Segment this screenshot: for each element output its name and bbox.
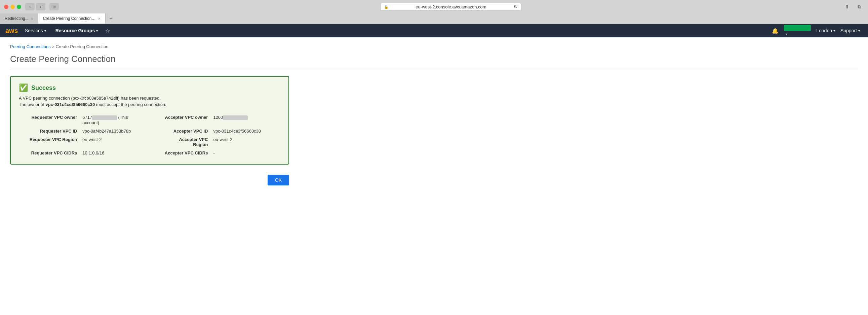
tab-redirecting-title: Redirecting...: [5, 16, 29, 21]
new-window-button[interactable]: ⧉: [855, 3, 864, 10]
success-title: Success: [31, 84, 56, 91]
accepter-vpc-owner-value: 1260████████: [213, 113, 280, 127]
tab-bar: Redirecting... ✕ Create Peering Connecti…: [0, 13, 868, 24]
blurred-account: ████████: [92, 115, 117, 120]
page-content: Peering Connections > Create Peering Con…: [0, 37, 868, 239]
aws-logo[interactable]: aws: [5, 27, 18, 34]
vpc-id-bold: vpc-031c4ce3f56660c30: [46, 102, 95, 107]
aws-navbar: aws Services ▾ Resource Groups ▾ ☆ 🔔 ▾ L…: [0, 24, 868, 37]
requester-vpc-owner-value: 6717████████ (This account): [82, 113, 150, 127]
accepter-vpc-region-label: Accepter VPC Region: [150, 135, 214, 149]
table-row: Requester VPC Region eu-west-2 Accepter …: [19, 135, 280, 149]
tab-redirecting[interactable]: Redirecting... ✕: [0, 13, 38, 24]
table-row: Requester VPC CIDRs 10.1.0.0/16 Accepter…: [19, 149, 280, 157]
browser-chrome: ‹ › ⊞ 🔒 eu-west-2.console.aws.amazon.com…: [0, 0, 868, 24]
share-button[interactable]: ⬆: [842, 3, 852, 10]
requester-vpc-region-value: eu-west-2: [82, 135, 150, 149]
tab-vpc-close-icon[interactable]: ✕: [98, 17, 100, 21]
services-label: Services: [25, 28, 43, 33]
services-chevron-icon: ▾: [44, 29, 46, 33]
requester-vpc-cidrs-label: Requester VPC CIDRs: [19, 149, 82, 157]
requester-vpc-cidrs-value: 10.1.0.0/16: [82, 149, 150, 157]
table-row: Requester VPC ID vpc-0af4b247a1353b78b A…: [19, 127, 280, 135]
resource-groups-label: Resource Groups: [56, 28, 95, 33]
ok-button-row: OK: [10, 175, 289, 185]
accepter-vpc-cidrs-label: Accepter VPC CIDRs: [150, 149, 214, 157]
forward-button[interactable]: ›: [36, 3, 45, 10]
resource-groups-nav-item[interactable]: Resource Groups ▾: [51, 24, 102, 37]
success-box: ✅ Success A VPC peering connection (pcx-…: [10, 76, 289, 165]
resource-groups-chevron-icon: ▾: [96, 29, 98, 33]
support-chevron-icon: ▾: [858, 29, 860, 33]
ok-button[interactable]: OK: [268, 175, 289, 185]
requester-vpc-region-label: Requester VPC Region: [19, 135, 82, 149]
svg-text:aws: aws: [5, 27, 18, 34]
success-message2: The owner of vpc-031c4ce3f56660c30 must …: [19, 102, 280, 107]
tab-vpc[interactable]: Create Peering Connection | VPC Manageme…: [38, 13, 105, 24]
address-bar[interactable]: 🔒 eu-west-2.console.aws.amazon.com ↻: [380, 3, 521, 11]
bookmark-icon[interactable]: ☆: [102, 28, 113, 34]
success-message1: A VPC peering connection (pcx-0fcb08e585…: [19, 95, 280, 101]
breadcrumb-current: Create Peering Connection: [56, 44, 108, 49]
breadcrumb-separator: >: [52, 44, 55, 49]
success-header: ✅ Success: [19, 83, 280, 92]
nav-buttons: ‹ ›: [25, 3, 45, 10]
maximize-button[interactable]: [17, 5, 21, 9]
tab-close-icon[interactable]: ✕: [31, 17, 33, 21]
services-nav-item[interactable]: Services ▾: [20, 24, 51, 37]
address-bar-container: 🔒 eu-west-2.console.aws.amazon.com ↻: [62, 3, 840, 11]
sidebar-toggle-button[interactable]: ⊞: [50, 3, 59, 10]
minimize-button[interactable]: [10, 5, 15, 9]
success-check-icon: ✅: [19, 83, 28, 92]
table-row: Requester VPC owner 6717████████ (This a…: [19, 113, 280, 127]
page-title: Create Peering Connection: [10, 54, 858, 69]
traffic-lights: [4, 5, 21, 9]
refresh-icon[interactable]: ↻: [514, 4, 518, 9]
account-bar: [784, 25, 811, 31]
account-bar-container[interactable]: ▾: [781, 25, 813, 36]
titlebar: ‹ › ⊞ 🔒 eu-west-2.console.aws.amazon.com…: [0, 0, 868, 13]
bell-icon[interactable]: 🔔: [769, 28, 781, 34]
account-chevron-icon: ▾: [785, 32, 787, 36]
tab-vpc-title: Create Peering Connection | VPC Manageme…: [43, 16, 96, 21]
region-label: London: [816, 28, 832, 33]
back-button[interactable]: ‹: [25, 3, 35, 10]
support-nav-item[interactable]: Support ▾: [838, 28, 863, 33]
breadcrumb-link[interactable]: Peering Connections: [10, 44, 51, 49]
support-label: Support: [840, 28, 857, 33]
browser-actions: ⬆ ⧉: [842, 3, 864, 10]
region-selector[interactable]: London ▾: [813, 28, 838, 33]
accepter-vpc-region-value: eu-west-2: [213, 135, 280, 149]
region-chevron-icon: ▾: [833, 29, 835, 33]
blurred-accepter-account: ████████: [223, 115, 248, 120]
breadcrumb: Peering Connections > Create Peering Con…: [10, 44, 858, 49]
accepter-vpc-id-label: Accepter VPC ID: [150, 127, 214, 135]
accepter-vpc-owner-label: Accepter VPC owner: [150, 113, 214, 127]
close-button[interactable]: [4, 5, 8, 9]
accepter-vpc-id-value: vpc-031c4ce3f56660c30: [213, 127, 280, 135]
accepter-vpc-cidrs-value: -: [213, 149, 280, 157]
address-text: eu-west-2.console.aws.amazon.com: [391, 4, 512, 9]
new-tab-button[interactable]: +: [105, 13, 117, 24]
requester-vpc-id-value: vpc-0af4b247a1353b78b: [82, 127, 150, 135]
lock-icon: 🔒: [384, 5, 389, 9]
details-table: Requester VPC owner 6717████████ (This a…: [19, 113, 280, 157]
requester-vpc-id-label: Requester VPC ID: [19, 127, 82, 135]
requester-vpc-owner-label: Requester VPC owner: [19, 113, 82, 127]
